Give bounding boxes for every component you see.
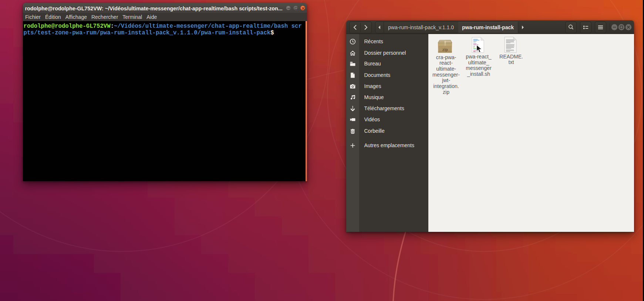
svg-text:zip: zip: [442, 47, 448, 52]
